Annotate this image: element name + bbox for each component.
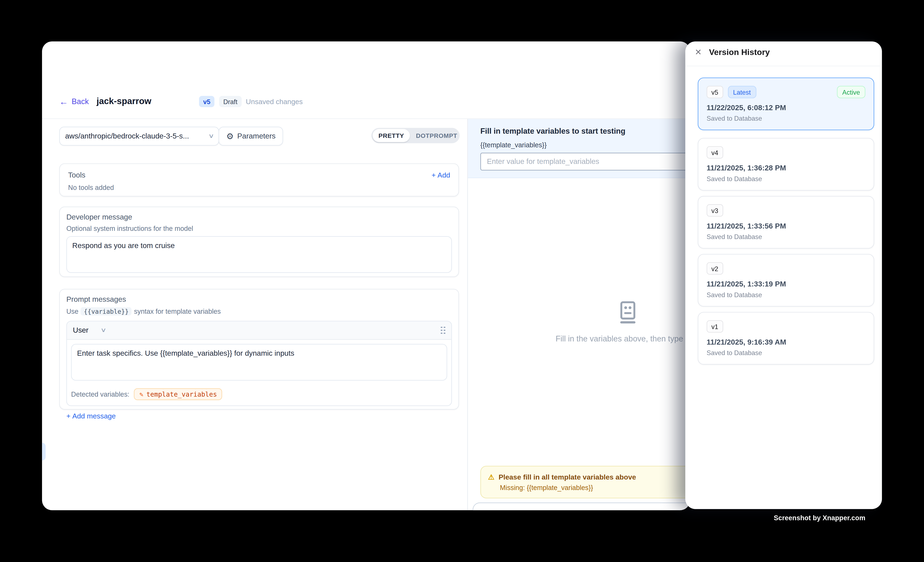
watermark-text: Screenshot by Xnapper.com [774,514,865,522]
version-timestamp: 11/21/2025, 1:33:56 PM [706,222,866,230]
add-tool-button[interactable]: + Add [432,171,450,179]
version-tag: v3 [706,204,723,217]
toggle-dotprompt[interactable]: DOTPROMPT [410,129,463,142]
chevron-down-icon: ∨ [208,133,214,139]
app-header: ← Back jack-sparrow v5 Draft Unsaved cha… [42,41,690,118]
plus-icon: + [432,171,436,179]
chat-input-box[interactable] [473,502,690,510]
version-card-v5[interactable]: v5 Latest Active 11/22/2025, 6:08:12 PM … [698,78,874,130]
version-timestamp: 11/22/2025, 6:08:12 PM [706,104,866,112]
version-history-panel: ✕ Version History v5 Latest Active 11/22… [685,41,882,509]
close-icon[interactable]: ✕ [694,48,702,56]
empty-state-text: Fill in the variables above, then type a… [556,335,690,343]
draft-status-badge: Draft [219,96,242,107]
plus-icon: + [66,412,70,420]
version-history-title: Version History [709,48,770,57]
template-variable-badge[interactable]: ✎ template_variables [134,388,222,400]
warning-icon: ⚠ [488,473,494,481]
drag-handle-icon[interactable] [441,327,446,334]
prompt-messages-card: Prompt messages Use {{variable}} syntax … [59,289,459,410]
version-status: Saved to Database [706,175,866,182]
version-badge: v5 [199,96,214,107]
role-select-value: User [73,326,88,334]
version-timestamp: 11/21/2025, 1:36:28 PM [706,164,866,172]
test-panel: Fill in template variables to start test… [468,119,690,510]
user-message-textarea[interactable]: Enter task specifics. Use {{template_var… [71,344,447,381]
detected-variables-row: Detected variables: ✎ template_variables [67,385,452,405]
view-mode-toggle: PRETTY DOTPROMPT [371,128,459,143]
model-select[interactable]: aws/anthropic/bedrock-claude-3-5-s... ∨ [59,127,219,146]
developer-message-textarea[interactable]: Respond as you are tom cruise [66,236,452,273]
back-button[interactable]: ← Back [59,97,89,106]
detected-variables-label: Detected variables: [71,391,129,398]
model-select-value: aws/anthropic/bedrock-claude-3-5-s... [65,132,189,140]
tools-card: Tools + Add No tools added [59,163,459,196]
message-body: Enter task specifics. Use {{template_var… [67,340,452,385]
version-history-header: ✕ Version History [685,41,882,66]
version-status: Saved to Database [706,291,866,298]
hint-prefix: Use [66,308,78,315]
active-badge: Active [837,86,865,98]
back-arrow-icon: ← [59,97,68,106]
unsaved-changes-text: Unsaved changes [246,97,303,106]
gear-icon: ⚙ [226,132,234,140]
edge-notification-sliver [42,443,46,460]
template-variable-name: template_variables [146,390,217,398]
version-timestamp: 11/21/2025, 1:33:19 PM [706,280,866,288]
warning-title-text: Please fill in all template variables ab… [498,473,636,481]
version-status: Saved to Database [706,115,866,122]
version-card-v1[interactable]: v1 11/21/2025, 9:16:39 AM Saved to Datab… [698,312,874,365]
template-warning: ⚠ Please fill in all template variables … [480,466,690,498]
version-tag: v2 [706,262,723,275]
add-message-label: Add message [72,412,116,420]
pencil-icon: ✎ [140,390,143,398]
prompt-message-block: User ∨ Enter task specifics. Use {{templ… [66,321,452,406]
chat-empty-state: Fill in the variables above, then type a… [468,119,690,510]
version-card-v3[interactable]: v3 11/21/2025, 1:33:56 PM Saved to Datab… [698,196,874,249]
editor-panel: aws/anthropic/bedrock-claude-3-5-s... ∨ … [42,119,468,510]
prompt-messages-title: Prompt messages [66,295,452,303]
back-label: Back [72,97,89,106]
version-status: Saved to Database [706,349,866,356]
version-timestamp: 11/21/2025, 9:16:39 AM [706,338,866,346]
parameters-button[interactable]: ⚙ Parameters [219,127,283,146]
chevron-down-icon: ∨ [100,327,106,333]
developer-message-subtitle: Optional system instructions for the mod… [66,225,452,232]
role-select[interactable]: User ∨ [73,326,106,334]
version-status: Saved to Database [706,233,866,240]
hint-suffix: syntax for template variables [134,308,221,315]
prompt-messages-hint: Use {{variable}} syntax for template var… [66,307,452,315]
app-window: ← Back jack-sparrow v5 Draft Unsaved cha… [42,41,690,510]
bot-icon [615,300,641,326]
tools-title: Tools [68,171,85,179]
screenshot-stage: ← Back jack-sparrow v5 Draft Unsaved cha… [0,0,924,562]
developer-message-card: Developer message Optional system instru… [59,206,459,277]
developer-message-title: Developer message [66,213,452,221]
version-card-v2[interactable]: v2 11/21/2025, 1:33:19 PM Saved to Datab… [698,254,874,306]
message-role-header: User ∨ [67,321,452,340]
tools-empty-text: No tools added [68,184,450,191]
version-card-v4[interactable]: v4 11/21/2025, 1:36:28 PM Saved to Datab… [698,138,874,191]
toggle-pretty[interactable]: PRETTY [372,129,410,142]
version-tag: v4 [706,146,723,158]
version-tag: v1 [706,320,723,333]
add-tool-label: Add [437,171,450,179]
variable-syntax-chip: {{variable}} [81,307,132,315]
version-tag: v5 [706,86,723,98]
version-history-divider [685,66,882,66]
page-title: jack-sparrow [97,96,152,106]
latest-badge: Latest [728,86,756,98]
parameters-label: Parameters [237,132,276,140]
add-message-button[interactable]: + Add message [66,412,116,420]
warning-missing-text: Missing: {{template_variables}} [500,484,690,491]
